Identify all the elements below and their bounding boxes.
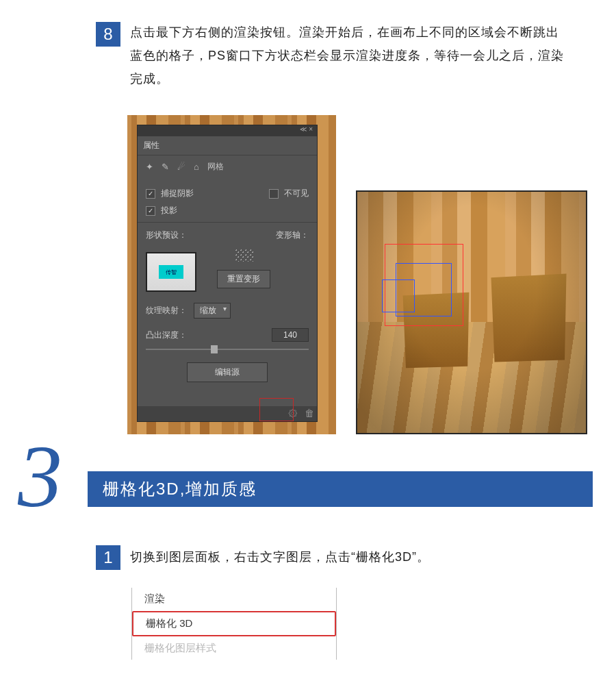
mesh-star-icon[interactable]: ✦	[146, 162, 153, 172]
extrude-depth-label: 凸出深度：	[146, 329, 187, 341]
panel-chrome: ≪ ×	[138, 125, 317, 136]
invisible-label: 不可见	[284, 188, 309, 199]
step-8-badge: 8	[96, 22, 120, 47]
extrude-depth-slider[interactable]	[146, 349, 309, 350]
panel-tab-properties[interactable]: 属性	[138, 136, 317, 155]
invisible-checkbox[interactable]	[269, 189, 279, 199]
menu-item-rasterize-3d[interactable]: 栅格化 3D	[132, 611, 336, 636]
step-1-badge: 1	[96, 545, 120, 570]
preset-thumb-text: 传智	[159, 265, 183, 279]
catch-shadow-checkbox[interactable]: ✓	[146, 189, 155, 199]
panel-mode-icons: ✦ ✎ ☄ ⌂ 网格	[138, 155, 317, 178]
shape-preset-label: 形状预设：	[146, 229, 187, 241]
highlight-render-button	[259, 398, 294, 421]
texture-map-label: 纹理映射：	[146, 305, 187, 316]
render-blue-box-2	[382, 279, 415, 312]
mesh-camera-icon[interactable]: ⌂	[194, 162, 199, 172]
panel-body: ✓ 捕捉阴影 不可见 ✓ 投影 形状预设： 变形轴： 传智 重置变形 纹理映射：	[138, 178, 317, 386]
texture-map-dropdown[interactable]: 缩放	[194, 303, 231, 319]
section-number-3: 3	[18, 432, 62, 521]
section-title-text: 栅格化3D,增加质感	[103, 478, 257, 500]
shape-preset-thumb[interactable]: 传智	[146, 252, 196, 292]
menu-item-rasterize-layer-style: 栅格化图层样式	[132, 637, 336, 660]
context-menu: 渲染 栅格化 3D 栅格化图层样式	[131, 588, 337, 660]
catch-shadow-label: 捕捉阴影	[161, 188, 194, 199]
mesh-label: 网格	[207, 161, 224, 173]
step-1-text: 切换到图层面板，右击文字图层，点击“栅格化3D”。	[130, 545, 568, 569]
extrude-depth-input[interactable]: 140	[272, 328, 309, 342]
cast-shadow-label: 投影	[161, 205, 177, 216]
mesh-brush-icon[interactable]: ✎	[162, 162, 169, 172]
step-8-text: 点击最下方右侧的渲染按钮。渲染开始后，在画布上不同的区域会不断跳出蓝色的格子，P…	[130, 21, 568, 90]
deform-axis-grid[interactable]	[234, 248, 253, 262]
deform-axis-label: 变形轴：	[276, 229, 309, 241]
cast-shadow-checkbox[interactable]: ✓	[146, 206, 155, 216]
section-title-bar: 栅格化3D,增加质感	[88, 471, 593, 507]
mesh-light-icon[interactable]: ☄	[177, 162, 185, 172]
render-preview	[356, 190, 587, 434]
edit-source-button[interactable]: 编辑源	[187, 362, 268, 382]
trash-icon[interactable]: 🗑	[305, 408, 314, 419]
menu-item-render[interactable]: 渲染	[132, 588, 336, 610]
properties-panel: ≪ × 属性 ✦ ✎ ☄ ⌂ 网格 ✓ 捕捉阴影 不可见 ✓ 投影 形状预设： …	[137, 125, 318, 422]
reset-deform-button[interactable]: 重置变形	[217, 270, 270, 288]
